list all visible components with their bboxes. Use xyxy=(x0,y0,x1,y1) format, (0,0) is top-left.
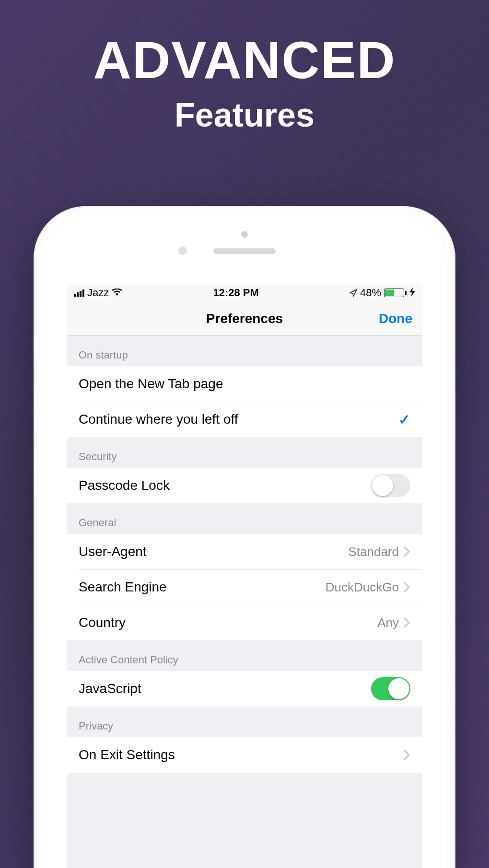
nav-title: Preferences xyxy=(206,311,283,326)
chevron-right-icon xyxy=(404,617,410,628)
phone-power-button xyxy=(454,388,455,446)
promo-title: ADVANCED xyxy=(0,34,489,86)
charging-icon xyxy=(409,288,415,299)
row-on-exit-settings[interactable]: On Exit Settings xyxy=(67,737,422,773)
row-value xyxy=(404,750,410,760)
row-value: Standard xyxy=(348,544,410,559)
phone-volume-down xyxy=(34,446,35,498)
row-search-engine[interactable]: Search Engine DuckDuckGo xyxy=(67,569,422,605)
row-value: DuckDuckGo xyxy=(326,580,410,595)
row-label: On Exit Settings xyxy=(79,747,404,763)
chevron-right-icon xyxy=(404,750,410,760)
phone-screen: Jazz 12:28 PM 48% xyxy=(67,284,422,868)
speaker-grille-icon xyxy=(213,248,276,254)
signal-icon xyxy=(74,289,84,297)
battery-icon xyxy=(384,289,407,297)
row-user-agent[interactable]: User-Agent Standard xyxy=(67,534,422,569)
row-continue-left-off[interactable]: Continue where you left off ✓ xyxy=(67,402,422,437)
front-camera-icon xyxy=(241,231,248,238)
wifi-icon xyxy=(112,288,122,299)
status-left: Jazz xyxy=(74,287,122,299)
row-label: Open the New Tab page xyxy=(79,376,410,392)
status-right: 48% xyxy=(349,287,415,299)
row-javascript: JavaScript xyxy=(67,671,422,706)
phone-frame: Jazz 12:28 PM 48% xyxy=(34,206,455,868)
location-icon xyxy=(349,289,357,297)
proximity-sensor-icon xyxy=(178,246,187,255)
section-header-privacy: Privacy xyxy=(67,706,422,737)
promo-subtitle: Features xyxy=(0,96,489,134)
phone-mute-switch xyxy=(34,336,35,364)
phone-volume-up xyxy=(34,383,35,436)
javascript-toggle[interactable] xyxy=(371,677,410,700)
nav-bar: Preferences Done xyxy=(67,302,422,336)
checkmark-icon: ✓ xyxy=(398,411,410,428)
section-header-security: Security xyxy=(67,437,422,468)
status-bar: Jazz 12:28 PM 48% xyxy=(67,284,422,302)
passcode-toggle[interactable] xyxy=(371,474,410,497)
row-open-new-tab[interactable]: Open the New Tab page xyxy=(67,366,422,402)
row-country[interactable]: Country Any xyxy=(67,605,422,640)
section-header-content: Active Content Policy xyxy=(67,640,422,671)
battery-percent: 48% xyxy=(360,287,381,299)
row-value: Any xyxy=(377,615,410,630)
done-button[interactable]: Done xyxy=(379,311,412,326)
row-label: Passcode Lock xyxy=(79,478,371,493)
country-value: Any xyxy=(377,615,399,630)
row-label: Continue where you left off xyxy=(79,412,398,427)
row-label: User-Agent xyxy=(79,544,348,559)
row-passcode-lock: Passcode Lock xyxy=(67,468,422,503)
row-label: Search Engine xyxy=(79,579,326,595)
user-agent-value: Standard xyxy=(348,544,399,559)
search-engine-value: DuckDuckGo xyxy=(326,580,399,595)
phone-bezel: Jazz 12:28 PM 48% xyxy=(44,217,445,868)
promo-headline: ADVANCED Features xyxy=(0,0,489,134)
promo-backdrop: ADVANCED Features Jazz xyxy=(0,0,489,868)
row-label: Country xyxy=(79,615,377,630)
row-label: JavaScript xyxy=(79,681,371,696)
chevron-right-icon xyxy=(404,582,410,592)
phone-sensors xyxy=(44,217,445,269)
section-header-startup: On startup xyxy=(67,336,422,366)
section-header-general: General xyxy=(67,503,422,534)
carrier-label: Jazz xyxy=(87,287,109,299)
chevron-right-icon xyxy=(404,546,410,557)
status-time: 12:28 PM xyxy=(213,287,258,299)
